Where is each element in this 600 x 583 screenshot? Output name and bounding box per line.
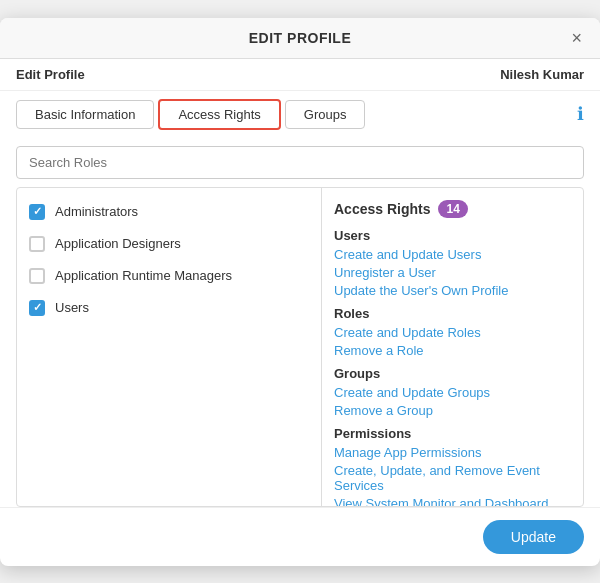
edit-profile-modal: EDIT PROFILE × Edit Profile Nilesh Kumar…: [0, 18, 600, 566]
role-checkbox[interactable]: [29, 300, 45, 316]
role-label: Application Runtime Managers: [55, 268, 232, 283]
access-rights-panel: Access Rights 14 UsersCreate and Update …: [322, 188, 583, 506]
close-button[interactable]: ×: [565, 27, 588, 49]
access-right-link[interactable]: View System Monitor and Dashboard: [334, 496, 571, 506]
access-right-link[interactable]: Unregister a User: [334, 265, 571, 280]
access-rights-header: Access Rights 14: [334, 200, 571, 218]
role-checkbox[interactable]: [29, 268, 45, 284]
user-name: Nilesh Kumar: [500, 67, 584, 82]
tab-groups[interactable]: Groups: [285, 100, 366, 129]
access-rights-title: Access Rights: [334, 201, 430, 217]
info-icon[interactable]: ℹ: [577, 103, 584, 125]
access-rights-badge: 14: [438, 200, 467, 218]
role-item[interactable]: Application Runtime Managers: [17, 260, 321, 292]
modal-footer: Update: [0, 507, 600, 566]
edit-profile-label: Edit Profile: [16, 67, 85, 82]
access-right-link[interactable]: Create, Update, and Remove Event Service…: [334, 463, 571, 493]
role-checkbox[interactable]: [29, 236, 45, 252]
role-label: Application Designers: [55, 236, 181, 251]
search-roles-input[interactable]: [16, 146, 584, 179]
role-item[interactable]: Application Designers: [17, 228, 321, 260]
access-section-title: Users: [334, 228, 571, 243]
tab-access-rights[interactable]: Access Rights: [158, 99, 280, 130]
modal-header: EDIT PROFILE ×: [0, 18, 600, 59]
tab-basic-information[interactable]: Basic Information: [16, 100, 154, 129]
access-right-link[interactable]: Create and Update Roles: [334, 325, 571, 340]
access-right-link[interactable]: Remove a Group: [334, 403, 571, 418]
content-area: AdministratorsApplication DesignersAppli…: [16, 187, 584, 507]
role-label: Users: [55, 300, 89, 315]
access-right-link[interactable]: Create and Update Users: [334, 247, 571, 262]
role-item[interactable]: Users: [17, 292, 321, 324]
update-button[interactable]: Update: [483, 520, 584, 554]
role-checkbox[interactable]: [29, 204, 45, 220]
modal-title: EDIT PROFILE: [249, 30, 351, 46]
access-right-link[interactable]: Manage App Permissions: [334, 445, 571, 460]
modal-subheader: Edit Profile Nilesh Kumar: [0, 59, 600, 91]
access-section-title: Roles: [334, 306, 571, 321]
roles-panel: AdministratorsApplication DesignersAppli…: [17, 188, 322, 506]
search-bar: [16, 146, 584, 179]
access-right-link[interactable]: Create and Update Groups: [334, 385, 571, 400]
access-section-title: Groups: [334, 366, 571, 381]
tabs-row: Basic Information Access Rights Groups ℹ: [0, 91, 600, 138]
access-right-link[interactable]: Update the User's Own Profile: [334, 283, 571, 298]
role-label: Administrators: [55, 204, 138, 219]
access-right-link[interactable]: Remove a Role: [334, 343, 571, 358]
role-item[interactable]: Administrators: [17, 196, 321, 228]
access-section-title: Permissions: [334, 426, 571, 441]
